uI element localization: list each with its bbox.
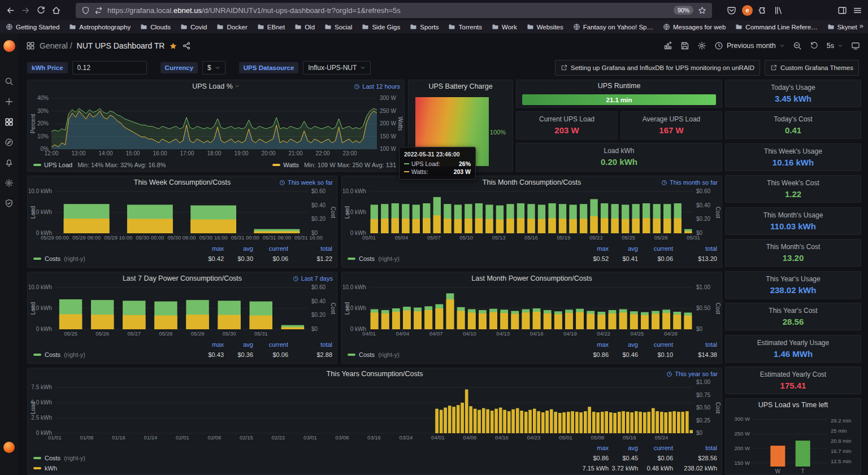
legend-series-label[interactable]: kWh (33, 465, 574, 472)
refresh-interval-picker[interactable]: 5s (827, 42, 843, 50)
sidebar-item-configuration[interactable] (5, 178, 14, 188)
bookmark-star-icon[interactable] (698, 6, 706, 15)
bookmark-item[interactable]: Torrents (448, 23, 482, 30)
cycle-view-mode-button[interactable] (851, 41, 860, 50)
share-icon[interactable] (182, 41, 191, 50)
legend-header[interactable]: current (638, 445, 673, 451)
reload-button[interactable] (36, 6, 46, 15)
legend-header[interactable]: total (288, 341, 332, 348)
bookmarks-overflow-chevron[interactable]: » (860, 21, 863, 30)
zoom-out-time-button[interactable] (793, 41, 802, 50)
legend-header[interactable]: max (189, 341, 224, 348)
legend-series-label[interactable]: Costs(right-y) (33, 255, 189, 262)
sidebar-item-alerting[interactable] (5, 158, 14, 167)
bookmark-item[interactable]: EBnet (257, 23, 285, 30)
currency-select[interactable]: $ (202, 61, 225, 75)
panel-title[interactable]: UPS Load % (28, 80, 404, 93)
extensions-icon[interactable] (758, 6, 768, 15)
datasource-select[interactable]: Influx-UPS-NUT (303, 61, 371, 75)
bookmark-item[interactable]: Messages for web (663, 23, 726, 30)
bookmark-item[interactable]: Docker (216, 23, 247, 30)
bookmark-item[interactable]: Clouds (140, 23, 171, 30)
legend-header[interactable]: max (189, 245, 224, 252)
panel-time-link[interactable]: Last 7 days (293, 275, 333, 282)
legend-header[interactable]: avg (609, 445, 638, 451)
bookmark-item[interactable]: Astrophotography (69, 23, 131, 30)
bookmark-item[interactable]: Old (294, 23, 315, 30)
zoom-level-badge[interactable]: 90% (674, 6, 693, 15)
legend-header[interactable]: avg (224, 341, 253, 348)
panel-title[interactable]: UPS Battery Charge (409, 80, 513, 93)
panel-title[interactable]: This Years Consumption/Costs (28, 368, 722, 380)
legend-header[interactable]: total (673, 341, 717, 348)
bookmark-item[interactable]: Work (492, 23, 517, 30)
bookmark-item[interactable]: Websites (527, 23, 563, 30)
sidebar-item-server-admin[interactable] (5, 199, 14, 208)
apps-grid-icon[interactable] (26, 41, 35, 50)
sidebar-item-search[interactable] (5, 77, 14, 86)
panel-time-link[interactable]: This year so far (666, 371, 718, 377)
bookmark-item[interactable]: Side Gigs (362, 23, 400, 30)
legend-series-label[interactable]: Costs(right-y) (33, 455, 574, 461)
forward-button[interactable] (21, 6, 31, 15)
sidebar-item-add[interactable] (5, 97, 14, 106)
legend-header[interactable]: avg (224, 245, 253, 252)
legend-ups-load[interactable]: UPS Load Min: 14% Max: 32% Avg: 16.8% (33, 162, 166, 168)
bookmark-item[interactable]: Getting Started (6, 23, 59, 30)
bookmark-item[interactable]: Social (324, 23, 352, 30)
home-button[interactable] (51, 6, 61, 15)
legend-series-label[interactable]: Costs(right-y) (348, 255, 574, 262)
bookmark-item[interactable]: Command Line Refere… (735, 23, 817, 30)
sidebar-item-dashboards[interactable] (5, 117, 14, 127)
bookmark-item[interactable]: Fantasy on Yahoo! Sp… (573, 23, 653, 30)
pocket-icon[interactable] (727, 6, 736, 15)
refresh-button[interactable] (810, 41, 819, 50)
legend-header[interactable]: avg (609, 245, 638, 252)
kwh-price-input[interactable] (72, 61, 147, 75)
tracking-protection-shield-icon[interactable] (81, 6, 90, 15)
globe-icon (573, 23, 580, 30)
time-range-picker[interactable]: Previous month (714, 41, 785, 50)
legend-header[interactable]: current (253, 245, 288, 252)
panel-title[interactable]: Last Month Power Consumption/Costs (342, 272, 722, 285)
legend-series-label[interactable]: Costs(right-y) (33, 351, 189, 358)
legend-header[interactable]: current (638, 341, 673, 348)
sidebar-toggle-icon[interactable] (837, 6, 847, 15)
save-dashboard-button[interactable] (680, 41, 689, 50)
bookmark-item[interactable]: Sports (410, 23, 439, 30)
dashboard-settings-button[interactable] (697, 41, 706, 50)
grafana-logo[interactable] (3, 40, 15, 52)
panel-time-link[interactable]: Last 12 hours (354, 83, 400, 90)
url-bar[interactable]: https://grafana.local.ebnet.us/d/UNRAIDN… (76, 3, 712, 18)
legend-watts[interactable]: Watts Min: 109 W Max: 250 W Avg: 131 (272, 162, 396, 168)
account-avatar[interactable]: e (742, 5, 753, 16)
legend-header[interactable]: avg (609, 341, 638, 348)
panel-title[interactable]: UPS Runtime (517, 80, 722, 91)
setup-link-button[interactable]: Setting up Grafana and InfluxDB for UPS … (555, 60, 760, 76)
legend-header[interactable]: max (574, 445, 609, 451)
panel-time-link[interactable]: This month so far (661, 179, 718, 186)
bookmark-item[interactable]: Covid (180, 23, 207, 30)
legend-header[interactable]: max (574, 245, 609, 252)
legend-header[interactable]: max (574, 341, 609, 348)
panel-title[interactable]: Last 7 Day Power Consumption/Costs (28, 272, 337, 285)
favorite-star-icon[interactable] (169, 42, 177, 50)
legend-header[interactable]: total (673, 445, 717, 451)
legend-header[interactable]: total (288, 245, 332, 252)
sidebar-item-explore[interactable] (5, 138, 14, 147)
legend-header[interactable]: current (253, 341, 288, 348)
https-upgrade-icon[interactable] (94, 6, 103, 15)
panel-title[interactable]: UPS Load vs Time left (726, 399, 861, 411)
legend-header[interactable]: total (673, 245, 717, 252)
back-button[interactable] (6, 6, 15, 15)
breadcrumb-section[interactable]: General / (40, 41, 72, 50)
panel-time-link[interactable]: This week so far (279, 179, 333, 186)
user-avatar[interactable] (3, 442, 15, 453)
legend-header[interactable]: current (638, 245, 673, 252)
bookmark-item[interactable]: Skynet (827, 23, 857, 30)
library-icon[interactable] (774, 6, 783, 15)
add-panel-button[interactable] (663, 41, 672, 50)
themes-link-button[interactable]: Custom Grafana Themes (765, 60, 859, 76)
menu-button[interactable] (853, 6, 862, 15)
legend-series-label[interactable]: Costs(right-y) (348, 351, 574, 358)
